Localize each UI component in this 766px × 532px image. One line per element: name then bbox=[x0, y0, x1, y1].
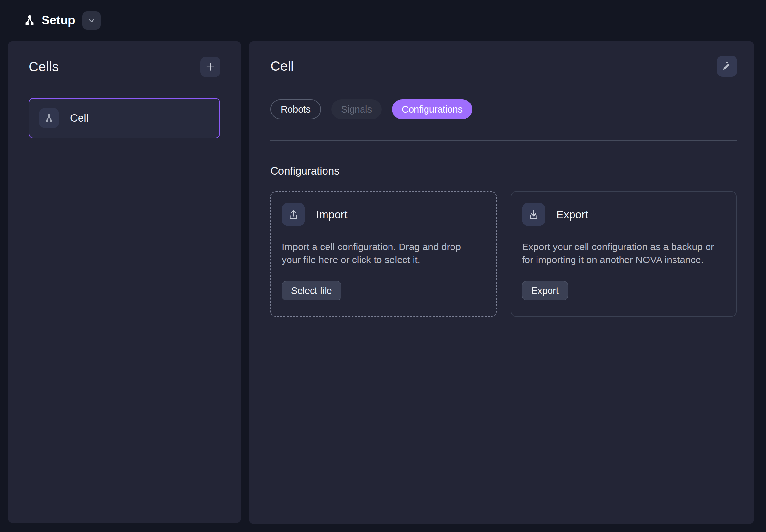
topbar: Setup bbox=[0, 0, 766, 41]
cells-panel-header: Cells bbox=[29, 56, 220, 77]
cell-detail-title: Cell bbox=[270, 58, 294, 74]
export-card-description: Export your cell configuration as a back… bbox=[522, 240, 720, 266]
export-button[interactable]: Export bbox=[522, 281, 568, 300]
app-title: Setup bbox=[42, 14, 75, 27]
cell-network-icon bbox=[39, 108, 59, 128]
cell-network-logo-icon bbox=[23, 14, 36, 27]
chevron-down-icon bbox=[86, 15, 97, 26]
export-card-title: Export bbox=[556, 208, 588, 221]
cell-item-label: Cell bbox=[70, 112, 89, 124]
plus-icon bbox=[204, 61, 216, 73]
tab-robots[interactable]: Robots bbox=[270, 99, 321, 119]
export-card-header: Export bbox=[522, 203, 588, 226]
cell-detail-header: Cell bbox=[270, 56, 737, 77]
upload-icon bbox=[282, 203, 305, 226]
add-cell-button[interactable] bbox=[200, 57, 220, 77]
import-card-description: Import a cell configuration. Drag and dr… bbox=[282, 240, 480, 266]
workspace-switcher-button[interactable] bbox=[82, 11, 101, 30]
tab-signals: Signals bbox=[331, 99, 382, 119]
tab-configurations[interactable]: Configurations bbox=[392, 99, 472, 119]
download-icon bbox=[522, 203, 545, 226]
cells-title: Cells bbox=[29, 59, 59, 75]
pencil-icon bbox=[721, 60, 733, 72]
configurations-section-title: Configurations bbox=[270, 165, 737, 177]
cell-detail-panel: Cell Robots Signals Configurations Confi… bbox=[249, 41, 754, 524]
export-card: Export Export your cell configuration as… bbox=[511, 191, 737, 317]
import-card-title: Import bbox=[316, 208, 347, 221]
tabs-divider bbox=[270, 140, 737, 141]
edit-cell-button[interactable] bbox=[717, 56, 737, 77]
import-dropzone-card[interactable]: Import Import a cell configuration. Drag… bbox=[270, 191, 497, 317]
configuration-cards: Import Import a cell configuration. Drag… bbox=[270, 191, 737, 317]
cell-tabs: Robots Signals Configurations bbox=[270, 99, 737, 119]
import-card-header: Import bbox=[282, 203, 347, 226]
cell-list-item[interactable]: Cell bbox=[29, 98, 220, 138]
cells-panel: Cells Cell bbox=[8, 41, 241, 523]
brand: Setup bbox=[23, 14, 75, 27]
select-file-button[interactable]: Select file bbox=[282, 281, 341, 300]
